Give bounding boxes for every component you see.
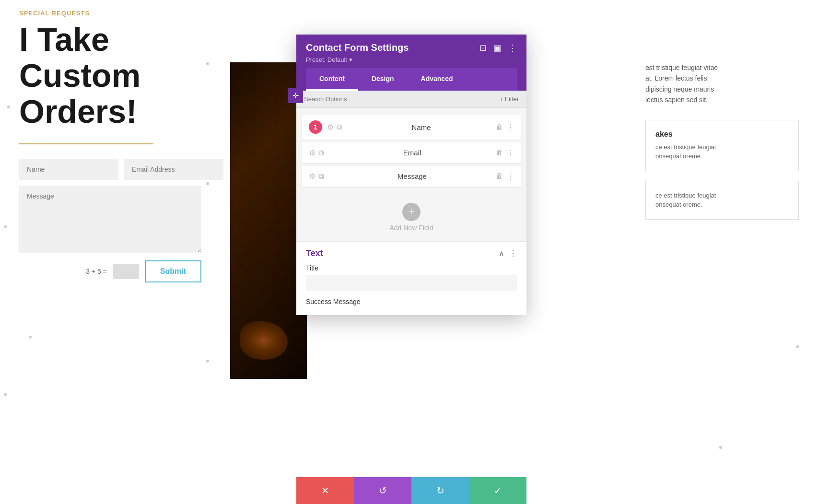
text-more-icon[interactable]: ⋮	[509, 249, 517, 258]
success-message-label: Success Message	[306, 298, 517, 305]
field-icons-email: ⚙ ⧉	[309, 148, 324, 157]
form-footer: 3 + 5 = Submit	[19, 260, 201, 282]
filter-label: Filter	[505, 95, 519, 103]
panel-title-row: Contact Form Settings ⊡ ▣ ⋮	[306, 42, 517, 53]
copy-icon-name[interactable]: ⧉	[337, 123, 342, 131]
redo-icon: ↻	[436, 485, 444, 496]
captcha-text: 3 + 5 =	[86, 268, 107, 275]
copy-icon-email[interactable]: ⧉	[318, 149, 324, 157]
resize-icon[interactable]: ⊡	[479, 43, 487, 53]
right-content-area: est tristique feugiat vitaeat. Lorem lec…	[645, 62, 799, 229]
title-field-label: Title	[306, 264, 517, 272]
right-card-2-text: ce est tristique feugiatonsequat oreme.	[655, 191, 789, 210]
panel-preset[interactable]: Preset: Default ▾	[306, 56, 517, 68]
cancel-button[interactable]: ✕	[296, 477, 354, 504]
settings-icon-message[interactable]: ⚙	[309, 172, 316, 181]
more-options-icon[interactable]: ⋮	[508, 43, 517, 53]
field-email-label: Email	[328, 149, 496, 157]
move-icon: ✛	[292, 91, 299, 100]
settings-panel: Contact Form Settings ⊡ ▣ ⋮ Preset: Defa…	[296, 35, 526, 315]
text-section-controls: ∧ ⋮	[499, 249, 517, 258]
panel-title: Contact Form Settings	[306, 42, 409, 53]
undo-icon: ↺	[379, 485, 387, 496]
panel-header-icons: ⊡ ▣ ⋮	[479, 43, 517, 53]
field-message-label: Message	[328, 172, 496, 180]
decorative-dot	[719, 446, 722, 449]
text-section-header: Text ∧ ⋮	[306, 248, 517, 258]
right-card-2: ce est tristique feugiatonsequat oreme.	[645, 181, 799, 220]
tab-design[interactable]: Design	[358, 68, 408, 91]
form-name-email-row	[19, 159, 201, 180]
delete-icon-message[interactable]: 🗑	[496, 172, 503, 180]
undo-button[interactable]: ↺	[354, 477, 411, 504]
decorative-dot	[29, 336, 32, 339]
search-bar: + Filter	[296, 91, 526, 108]
message-textarea[interactable]	[19, 186, 201, 253]
save-icon: ✓	[494, 485, 502, 496]
more-icon-message[interactable]: ⋮	[507, 172, 514, 181]
plus-icon: +	[409, 206, 414, 217]
field-name-label: Name	[347, 123, 496, 131]
filter-button[interactable]: + Filter	[500, 95, 519, 103]
cancel-icon: ✕	[321, 485, 329, 496]
field-actions-email: 🗑 ⋮	[496, 149, 514, 157]
field-actions-message: 🗑 ⋮	[496, 172, 514, 181]
delete-icon-name[interactable]: 🗑	[496, 123, 503, 131]
field-icons-name: ⚙ ⧉	[327, 123, 342, 132]
right-body-text: est tristique feugiat vitaeat. Lorem lec…	[645, 62, 799, 105]
field-icons-message: ⚙ ⧉	[309, 172, 324, 181]
panel-tabs: Content Design Advanced	[306, 68, 517, 91]
add-field-label: Add New Field	[389, 224, 433, 232]
panel-header: Contact Form Settings ⊡ ▣ ⋮ Preset: Defa…	[296, 35, 526, 91]
text-section-title: Text	[306, 248, 323, 258]
add-field-button[interactable]: +	[402, 203, 421, 221]
right-card-1: akes ce est tristique feugiatonsequat or…	[645, 120, 799, 171]
chevron-up-icon[interactable]: ∧	[499, 249, 504, 258]
search-options-input[interactable]	[304, 95, 496, 103]
special-requests-label: SPECIAL REQUESTS	[19, 10, 278, 17]
field-row-message: ⚙ ⧉ Message 🗑 ⋮	[302, 166, 521, 187]
settings-icon-email[interactable]: ⚙	[309, 148, 316, 157]
save-button[interactable]: ✓	[469, 477, 526, 504]
fields-list: 1 ⚙ ⧉ Name 🗑 ⋮ ⚙ ⧉ Email 🗑	[296, 108, 526, 193]
field-row-name: 1 ⚙ ⧉ Name 🗑 ⋮	[302, 115, 521, 140]
field-row-email: ⚙ ⧉ Email 🗑 ⋮	[302, 142, 521, 163]
divider-line	[19, 143, 153, 144]
settings-icon-name[interactable]: ⚙	[327, 123, 334, 132]
add-new-field-area: + Add New Field	[296, 193, 526, 241]
tab-advanced[interactable]: Advanced	[408, 68, 467, 91]
dark-image-area	[230, 62, 307, 379]
email-input[interactable]	[124, 159, 223, 180]
more-icon-email[interactable]: ⋮	[507, 149, 514, 157]
delete-icon-email[interactable]: 🗑	[496, 149, 503, 157]
field-badge-1: 1	[309, 120, 322, 134]
text-section: Text ∧ ⋮ Title Success Message	[296, 241, 526, 315]
name-input[interactable]	[19, 159, 118, 180]
title-text-input[interactable]	[306, 275, 517, 291]
panel-move-handle[interactable]: ✛	[288, 88, 303, 103]
more-icon-name[interactable]: ⋮	[507, 123, 514, 131]
decorative-dot	[796, 345, 799, 348]
right-card-1-title: akes	[655, 130, 789, 139]
copy-icon-message[interactable]: ⧉	[318, 172, 324, 181]
redo-button[interactable]: ↻	[411, 477, 469, 504]
decorative-dot	[4, 393, 7, 396]
right-card-1-text: ce est tristique feugiatonsequat oreme.	[655, 142, 789, 161]
contact-form: 3 + 5 = Submit	[19, 159, 201, 282]
decorative-dot	[206, 360, 209, 363]
sidebar-icon[interactable]: ▣	[493, 43, 502, 53]
field-actions-name: 🗑 ⋮	[496, 123, 514, 131]
submit-button[interactable]: Submit	[145, 260, 201, 282]
filter-icon: +	[500, 95, 503, 103]
captcha-box	[113, 264, 139, 279]
tab-content[interactable]: Content	[306, 68, 358, 91]
bottom-toolbar: ✕ ↺ ↻ ✓	[296, 477, 526, 504]
panel-body: + Filter 1 ⚙ ⧉ Name 🗑 ⋮	[296, 91, 526, 315]
